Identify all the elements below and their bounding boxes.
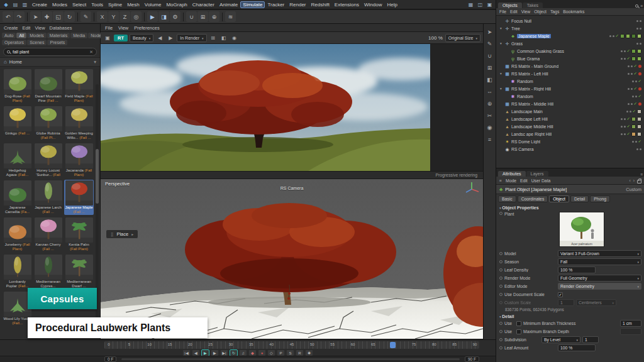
- tab-object[interactable]: Object: [549, 195, 569, 202]
- pick-color-icon[interactable]: ◉: [230, 33, 239, 42]
- render-visibility-dot[interactable]: [624, 118, 626, 120]
- coord-system-icon[interactable]: ◎: [131, 11, 142, 22]
- material-chip[interactable]: [637, 132, 641, 136]
- expand-arrow-icon[interactable]: ▾: [499, 87, 503, 90]
- filter-tab-all[interactable]: All: [16, 33, 26, 38]
- enabled-check-icon[interactable]: ✓: [638, 79, 641, 84]
- enabled-check-icon[interactable]: ✓: [634, 86, 637, 91]
- asset-menu-edit[interactable]: Edit: [23, 25, 31, 31]
- objects-menu-bookmarks[interactable]: Bookmarks: [563, 9, 584, 14]
- render-region-icon[interactable]: ◨: [158, 11, 169, 22]
- material-chip[interactable]: [631, 49, 636, 53]
- season-dropdown[interactable]: Fall: [558, 258, 641, 265]
- filter-tab-models[interactable]: Models: [27, 33, 47, 38]
- editor-visibility-dot[interactable]: [628, 103, 630, 105]
- model-dropdown[interactable]: Variant 3 Full-Grown: [558, 250, 641, 257]
- tab-phong[interactable]: Phong: [590, 195, 610, 202]
- enabled-check-icon[interactable]: ✓: [627, 131, 630, 136]
- type-tab-presets[interactable]: Presets: [47, 40, 67, 45]
- enabled-check-icon[interactable]: ✓: [627, 48, 630, 53]
- render-settings-icon[interactable]: ⚙: [170, 11, 180, 22]
- history-back-icon[interactable]: ‹: [629, 178, 630, 183]
- playhead[interactable]: [390, 342, 396, 348]
- editor-visibility-dot[interactable]: [632, 80, 634, 82]
- object-label[interactable]: RS Matrix - Left Hill: [511, 72, 548, 76]
- filter-tab-media[interactable]: Media: [70, 33, 87, 38]
- editor-visibility-dot[interactable]: [609, 35, 611, 37]
- material-chip[interactable]: [631, 124, 636, 129]
- viewport-label[interactable]: Perspective: [105, 181, 130, 187]
- editor-visibility-dot[interactable]: [628, 65, 630, 67]
- enabled-check-icon[interactable]: ✓: [633, 109, 636, 114]
- render-visibility-dot[interactable]: [613, 35, 614, 37]
- menu-render[interactable]: Render: [287, 1, 308, 8]
- filter-tab-auto[interactable]: Auto: [2, 33, 16, 38]
- menu-simulate[interactable]: Simulate: [240, 1, 265, 8]
- redshift-tag-icon[interactable]: [638, 72, 641, 75]
- asset-menu-create[interactable]: Create: [4, 25, 18, 31]
- menu-animate[interactable]: Animate: [217, 1, 240, 8]
- snapshot-icon[interactable]: ▣: [103, 33, 112, 42]
- prev-snapshot-icon[interactable]: ◀: [155, 33, 164, 42]
- select-tool-icon[interactable]: ➤: [485, 27, 494, 36]
- grid-tool-icon[interactable]: ⊞: [485, 63, 494, 72]
- editor-mode-dropdown[interactable]: Render Geometry: [558, 283, 641, 290]
- last-tool-icon[interactable]: ✎: [80, 11, 91, 22]
- render-visibility-dot[interactable]: [624, 133, 626, 135]
- tab-coordinates[interactable]: Coordinates: [518, 195, 548, 202]
- menu-help[interactable]: Help: [384, 1, 399, 8]
- material-chip[interactable]: [637, 117, 641, 121]
- plant-item[interactable]: Kentia Palm (Fall Plant): [64, 217, 94, 252]
- material-chip[interactable]: [637, 109, 641, 114]
- redshift-tag-icon[interactable]: [638, 87, 641, 90]
- object-row[interactable]: ▾▦RS Matrix - Right Hill✓: [497, 85, 643, 92]
- object-label[interactable]: Random: [517, 79, 533, 84]
- enabled-check-icon[interactable]: ✓: [634, 63, 637, 69]
- material-chip[interactable]: [637, 124, 641, 129]
- object-label[interactable]: Landsc ape Right Hill: [511, 132, 552, 136]
- objects-menu-view[interactable]: View: [521, 9, 531, 14]
- rv-menu-file[interactable]: File: [105, 25, 113, 31]
- object-label[interactable]: RS Dome Light: [511, 140, 540, 144]
- perspective-viewport[interactable]: Perspective RS Camera ⣿ Place ▸: [101, 178, 483, 339]
- menu-extensions[interactable]: Extensions: [332, 1, 362, 8]
- enabled-check-icon[interactable]: ✓: [627, 56, 630, 61]
- object-label[interactable]: Landscape Left Hill: [511, 117, 548, 121]
- object-row[interactable]: ▾✛Tree: [497, 25, 643, 32]
- plant-item[interactable]: Mediterranean Cypres...: [33, 254, 63, 289]
- object-label[interactable]: RS Matrix - Main Ground: [511, 64, 558, 69]
- subdivision-level-field[interactable]: 1: [582, 336, 599, 343]
- render-visibility-dot[interactable]: [635, 80, 637, 82]
- range-slider[interactable]: [121, 358, 460, 360]
- menu-spline[interactable]: Spline: [106, 1, 125, 8]
- asset-search[interactable]: ✕: [3, 48, 97, 56]
- attr-mode-mode[interactable]: Mode: [506, 178, 516, 183]
- preset-button[interactable]: Custom: [626, 187, 641, 192]
- plant-item[interactable]: Dog-Rose (Fall Plant): [3, 69, 32, 104]
- plant-item[interactable]: Hedgehog Agave (Fall...: [3, 143, 32, 178]
- grid-snap-icon[interactable]: ⊞: [197, 11, 208, 22]
- max-branch-checkbox[interactable]: [516, 329, 521, 334]
- enabled-check-icon[interactable]: ✓: [638, 139, 641, 144]
- object-row[interactable]: ▲Landscape Main✓: [497, 107, 643, 115]
- editor-visibility-dot[interactable]: [632, 96, 634, 97]
- burger-icon[interactable]: ≡: [499, 178, 502, 183]
- object-row[interactable]: ▲Landscape Middle Hill✓: [497, 123, 643, 130]
- object-label[interactable]: Blue Grama: [517, 57, 540, 61]
- render-visibility-dot[interactable]: [624, 126, 626, 128]
- attribute-options-icon[interactable]: ≡: [640, 172, 643, 177]
- editor-visibility-dot[interactable]: [636, 43, 638, 45]
- rt-button[interactable]: RT: [114, 35, 128, 41]
- menu-mograph[interactable]: MoGraph: [164, 1, 189, 8]
- menu-select[interactable]: Select: [70, 1, 89, 8]
- type-tab-operators[interactable]: Operators: [2, 40, 26, 45]
- plant-item[interactable]: Japanese Camellia (Fa...: [3, 180, 32, 215]
- enabled-check-icon[interactable]: ✓: [638, 94, 641, 99]
- editor-visibility-dot[interactable]: [636, 28, 638, 30]
- plant-item[interactable]: Japanese Larch (Fall ...: [33, 180, 63, 215]
- object-label[interactable]: Landscape Main: [511, 109, 543, 114]
- material-chip[interactable]: [620, 34, 625, 38]
- asset-menu-view[interactable]: View: [35, 25, 45, 31]
- objects-menu-edit[interactable]: Edit: [510, 9, 518, 14]
- editor-visibility-dot[interactable]: [621, 50, 623, 52]
